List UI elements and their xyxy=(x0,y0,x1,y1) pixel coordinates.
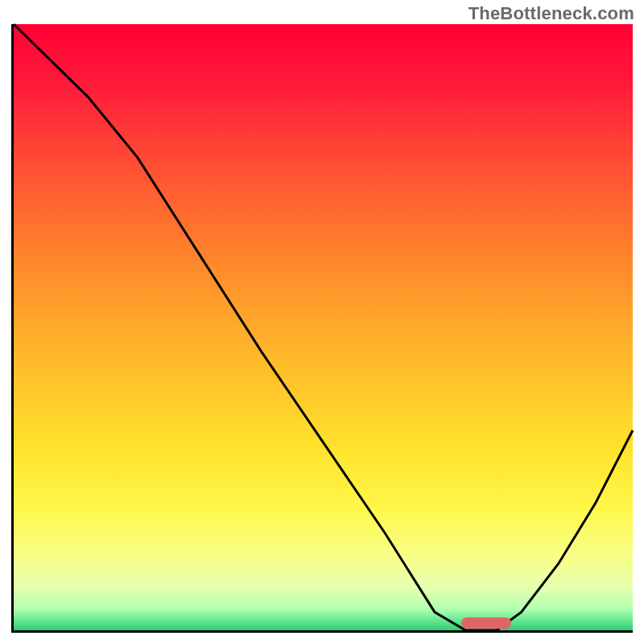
chart-line-layer xyxy=(14,24,633,630)
watermark-text: TheBottleneck.com xyxy=(469,3,634,24)
chart-plot-area xyxy=(11,24,633,633)
optimal-range-marker xyxy=(461,617,511,629)
bottleneck-curve xyxy=(14,24,633,630)
